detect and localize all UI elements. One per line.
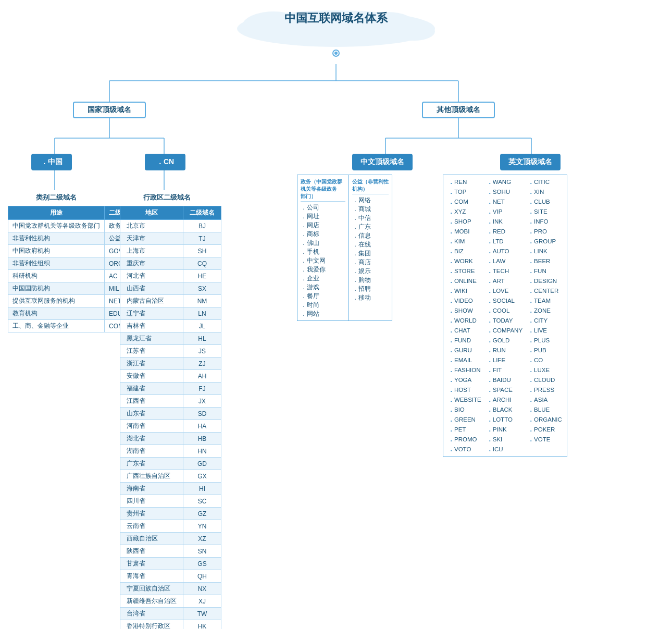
en-tld-item: ．PLUS	[525, 336, 565, 346]
table-cell: HE	[183, 270, 221, 282]
cn-tld-item: ．手机	[301, 248, 345, 256]
en-tld-item: ．COM	[445, 197, 484, 207]
table-cell: NM	[183, 295, 221, 307]
table-cell: 中国政府机构	[8, 245, 105, 257]
table-cell: SC	[183, 495, 221, 508]
table-cell: 福建省	[120, 383, 183, 395]
en-tld-item: ．PINK	[484, 425, 525, 435]
en-tld-item: ．LAW	[484, 256, 525, 266]
en-tld-item: ．CITY	[525, 316, 565, 326]
table-cell: XZ	[183, 533, 221, 545]
cn-tld-item: ．招聘	[352, 285, 389, 293]
en-tld-item: ．LIVE	[525, 326, 565, 336]
en-tld-item: ．FUN	[525, 266, 565, 276]
cn-tld-item: ．公司	[301, 203, 345, 212]
cn-tld-item: ．时尚	[301, 301, 345, 310]
table-cell: 西藏自治区	[120, 533, 183, 545]
table-cell: 非营利性组织	[8, 257, 105, 270]
en-tld-item: ．WORK	[445, 256, 484, 266]
table-cell: HB	[183, 433, 221, 445]
other-tld-label: 其他顶级域名	[422, 102, 495, 118]
cn-tld-item: ．我爱你	[301, 265, 345, 274]
en-tld-item: ．CLUB	[525, 197, 565, 207]
table-cell: 黑龙江省	[120, 332, 183, 345]
en-tld-item: ．FUND	[445, 336, 484, 346]
table-cell: GD	[183, 458, 221, 470]
cn-tld-item: ．游戏	[301, 283, 345, 292]
cn-tld-item: ．佛山	[301, 239, 345, 248]
en-tld-item: ．BIO	[445, 405, 484, 415]
en-tld-item: ．RUN	[484, 346, 525, 355]
en-tld-item: ．PRO	[525, 227, 565, 237]
table-cell: JS	[183, 345, 221, 357]
table-cell: 科研机构	[8, 270, 105, 282]
en-tld-node: 英文顶级域名	[500, 154, 561, 170]
en-tld-item: ．HOST	[445, 385, 484, 395]
table-cell: 海南省	[120, 483, 183, 495]
table-cell: HN	[183, 445, 221, 458]
cn-tld-item: ．集团	[352, 249, 389, 258]
cn-tld-item: ．网站	[301, 310, 345, 318]
en-tld-item: ．PUB	[525, 346, 565, 355]
en-tld-item: ．RED	[484, 227, 525, 237]
cn-tld-item: ．购物	[352, 276, 389, 285]
cn-tld-item: ．商店	[352, 258, 389, 267]
en-tld-item: ．LOTTO	[484, 415, 525, 425]
national-tld-label: 国家顶级域名	[73, 102, 146, 118]
en-tld-item: ．LIFE	[484, 355, 525, 365]
cn-tld-item: ．餐厅	[301, 292, 345, 301]
en-tld-item: ．LINK	[525, 246, 565, 256]
table-cell: 工、商、金融等企业	[8, 320, 105, 332]
table-cell: BJ	[183, 220, 221, 232]
en-tld-item: ．VOTE	[525, 435, 565, 445]
cn-tld-item: ．在线	[352, 240, 389, 249]
table-cell: 提供互联网服务的机构	[8, 295, 105, 307]
cn-tld-item: ．网址	[301, 212, 345, 221]
table-cell: ZJ	[183, 357, 221, 370]
en-tld-item: ．WANG	[484, 177, 525, 187]
en-tld-item: ．FIT	[484, 365, 525, 375]
table-cell: TJ	[183, 232, 221, 245]
en-tld-item: ．ONLINE	[445, 276, 484, 286]
table-cell: YN	[183, 520, 221, 533]
en-tld-item: ．GROUP	[525, 237, 565, 246]
table-cell: LN	[183, 307, 221, 320]
en-tld-item: ．WEBSITE	[445, 395, 484, 405]
table-cell: 湖北省	[120, 433, 183, 445]
root-node	[332, 50, 340, 57]
en-tld-item: ．PRESS	[525, 385, 565, 395]
table-cell: GZ	[183, 508, 221, 520]
cn-tld-content: 政务（中国党政群机关等各级政务部门） ．公司．网址．网店．商标．佛山．手机．中文…	[297, 175, 392, 321]
cn-tld-item: ．移动	[352, 293, 389, 302]
table-cell: 青海省	[120, 570, 183, 583]
table-cell: TW	[183, 608, 221, 620]
en-tld-item: ．CO	[525, 355, 565, 365]
cn-tld-item: ．商标	[301, 230, 345, 239]
en-tld-item: ．YOGA	[445, 375, 484, 385]
en-tld-item: ．ASIA	[525, 395, 565, 405]
table-cell: XJ	[183, 595, 221, 608]
en-tld-item: ．SKI	[484, 435, 525, 445]
table-cell: SD	[183, 408, 221, 420]
en-tld-item: ．LTD	[484, 237, 525, 246]
en-tld-item: ．KIM	[445, 237, 484, 246]
table-cell: 吉林省	[120, 320, 183, 332]
table-cell: 陕西省	[120, 545, 183, 558]
en-tld-item: ．ORGANIC	[525, 415, 565, 425]
dot-cn-node: ．CN	[145, 154, 185, 170]
en-tld-item: ．CITIC	[525, 177, 565, 187]
table-cell: FJ	[183, 383, 221, 395]
table-cell: 甘肃省	[120, 558, 183, 570]
table-cell: 江西省	[120, 395, 183, 408]
en-tld-item: ．BLUE	[525, 405, 565, 415]
en-tld-item: ．STORE	[445, 266, 484, 276]
table-cell: 重庆市	[120, 257, 183, 270]
table-cell: 上海市	[120, 245, 183, 257]
table-cell: 山西省	[120, 282, 183, 295]
page-title: 中国互联网域名体系	[5, 10, 667, 26]
table-cell: HI	[183, 483, 221, 495]
en-tld-item: ．XIN	[525, 187, 565, 197]
en-tld-item: ．SHOP	[445, 217, 484, 227]
table-cell: 天津市	[120, 232, 183, 245]
table-cell: 云南省	[120, 520, 183, 533]
